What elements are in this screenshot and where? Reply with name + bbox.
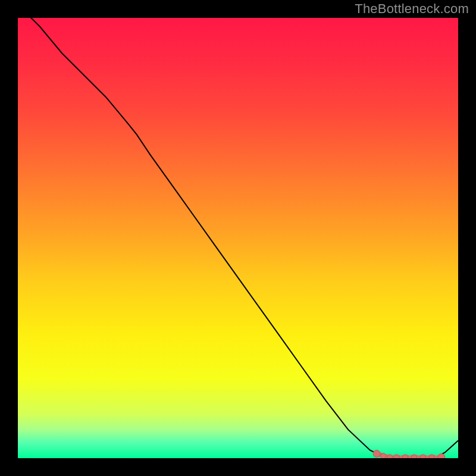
highlight-dot xyxy=(438,454,445,461)
highlight-dot xyxy=(373,450,380,458)
bottleneck-chart xyxy=(0,0,476,476)
highlight-dot xyxy=(381,453,386,459)
highlight-dot xyxy=(412,455,417,460)
highlight-dot xyxy=(420,455,425,460)
highlight-dot xyxy=(429,455,434,460)
highlight-dot xyxy=(387,455,393,460)
chart-stage: TheBottleneck.com xyxy=(0,0,476,476)
highlight-dot xyxy=(394,455,399,460)
gradient-background xyxy=(18,18,458,458)
highlight-dot xyxy=(403,455,408,460)
